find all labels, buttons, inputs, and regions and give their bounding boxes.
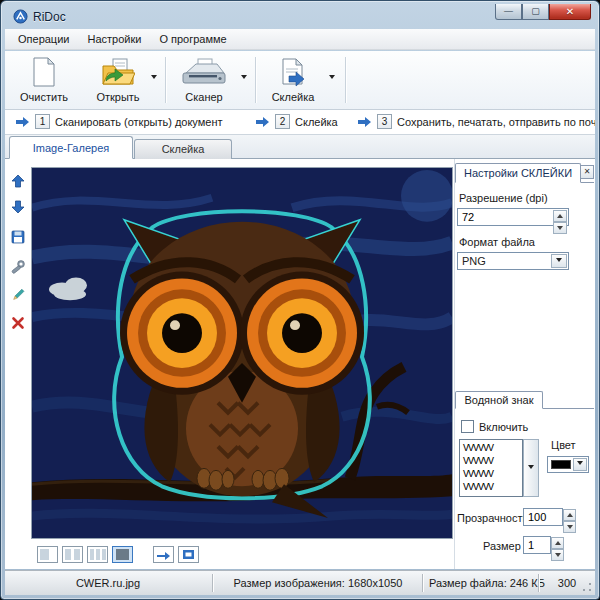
scanner-dropdown-arrow[interactable] [237, 69, 250, 83]
size-input[interactable]: 1 [523, 536, 551, 554]
tab-bar: Image-Галерея Склейка [5, 135, 595, 159]
opacity-input[interactable]: 100 [523, 508, 563, 526]
step-2-number: 2 [275, 114, 290, 129]
move-up-icon[interactable] [10, 173, 26, 189]
format-label: Формат файла [459, 236, 535, 248]
panel-close-button[interactable]: ✕ [580, 165, 594, 179]
color-label: Цвет [551, 439, 576, 451]
format-value: PNG [462, 255, 486, 267]
save-icon[interactable] [10, 229, 26, 245]
size-label: Размер [483, 540, 521, 552]
open-button[interactable]: Открыть [89, 55, 147, 107]
maximize-button[interactable]: ▢ [522, 4, 549, 20]
scanner-icon [181, 57, 227, 87]
layout-option-4-icon-selected[interactable] [112, 546, 133, 563]
resolution-spinner[interactable] [553, 210, 567, 224]
color-dropdown[interactable] [547, 456, 589, 473]
menu-settings[interactable]: Настройки [78, 30, 150, 48]
statusbar-separator [422, 574, 424, 592]
size-spinner[interactable] [551, 537, 564, 553]
merge-button[interactable]: Склейка [263, 55, 323, 107]
pattern-row: VVVVVV [463, 481, 522, 494]
step-arrow-icon [255, 116, 270, 128]
edit-pencil-icon[interactable] [10, 287, 26, 303]
menu-operations[interactable]: Операции [9, 30, 78, 48]
pattern-row: VVVVVV [463, 442, 522, 455]
workflow-steps-bar: 1 Сканировать (открыть) документ 2 Склей… [5, 110, 595, 135]
merge-dropdown-arrow[interactable] [325, 69, 338, 83]
opacity-spinner[interactable] [563, 509, 576, 525]
statusbar-separator [212, 574, 214, 592]
step-arrow-icon [357, 116, 372, 128]
scanner-label: Сканер [173, 91, 235, 103]
main-toolbar: Очистить Открыть [5, 51, 595, 110]
wrench-tools-icon[interactable] [10, 259, 26, 275]
menu-bar: Операции Настройки О программе [5, 29, 595, 50]
step-arrow-icon [15, 116, 30, 128]
resolution-label: Разрешение (dpi) [459, 192, 548, 204]
merge-pages-icon [278, 57, 308, 87]
open-label: Открыть [89, 91, 147, 103]
close-button[interactable]: ✕ [549, 4, 591, 20]
watermark-pattern-preview[interactable]: VVVVVV VVVVVV VVVVVV VVVVVV [459, 439, 523, 497]
status-filename: CWER.ru.jpg [5, 577, 211, 589]
size-value: 1 [528, 539, 534, 551]
open-dropdown-arrow[interactable] [147, 69, 160, 83]
move-down-icon[interactable] [10, 199, 26, 215]
pattern-row: VVVVVV [463, 455, 522, 468]
scanner-button[interactable]: Сканер [173, 55, 235, 107]
color-swatch-black [551, 460, 571, 469]
watermark-enable-checkbox[interactable] [461, 420, 474, 433]
window-frame: RiDoc — ▢ ✕ Операции Настройки О програм… [0, 0, 600, 600]
tab-image-gallery[interactable]: Image-Галерея [9, 136, 133, 159]
blank-page-icon [31, 57, 57, 87]
title-bar[interactable]: RiDoc — ▢ ✕ [5, 4, 595, 29]
minimize-button[interactable]: — [495, 4, 522, 20]
step-1-number: 1 [35, 114, 50, 129]
layout-option-5-icon[interactable] [153, 546, 174, 563]
status-image-size: Размер изображения: 1680x1050 [215, 577, 421, 589]
layout-option-1-icon[interactable] [37, 546, 58, 563]
status-file-size: Размер файла: 246 КБ [429, 577, 545, 589]
toolbar-separator [345, 57, 346, 103]
spin-down-button[interactable] [553, 222, 567, 234]
resize-grip[interactable] [581, 581, 593, 593]
owl-artwork [32, 168, 452, 538]
statusbar-separator [538, 574, 540, 592]
step-2-label: Склейка [295, 116, 338, 128]
opacity-value: 100 [528, 511, 546, 523]
image-preview [31, 167, 453, 539]
merge-label: Склейка [263, 91, 323, 103]
panel-title-tab[interactable]: Настройки СКЛЕЙКИ [455, 163, 581, 183]
pattern-row: VVVVVV [463, 468, 522, 481]
step-3-label: Сохранить, печатать, отправить по поч [397, 116, 595, 128]
watermark-tab[interactable]: Водяной знак [455, 391, 543, 409]
spin-up-button[interactable] [553, 210, 567, 222]
clear-label: Очистить [15, 91, 73, 103]
spin-down-button[interactable] [563, 521, 576, 533]
menu-about[interactable]: О программе [150, 30, 235, 48]
opacity-label: Прозрачность [457, 512, 528, 524]
watermark-enable-label: Включить [479, 421, 528, 433]
step-1-label: Сканировать (открыть) документ [55, 116, 223, 128]
toolbar-separator [165, 57, 166, 103]
app-icon [13, 9, 28, 24]
window-title: RiDoc [33, 10, 66, 24]
delete-x-icon[interactable] [10, 315, 26, 331]
pattern-dropdown-arrow[interactable] [523, 439, 539, 497]
step-3-number: 3 [377, 114, 392, 129]
layout-option-2-icon[interactable] [62, 546, 83, 563]
layout-option-6-icon[interactable] [178, 546, 199, 563]
resolution-input[interactable]: 72 [457, 208, 569, 226]
color-dropdown-arrow[interactable] [573, 458, 587, 471]
format-dropdown-arrow[interactable] [551, 254, 567, 268]
spin-down-button[interactable] [551, 549, 564, 561]
spin-up-button[interactable] [551, 537, 564, 549]
resolution-value: 72 [462, 211, 474, 223]
spin-up-button[interactable] [563, 509, 576, 521]
layout-option-3-icon[interactable] [87, 546, 108, 563]
clear-button[interactable]: Очистить [15, 55, 73, 107]
tab-merge[interactable]: Склейка [134, 139, 232, 159]
format-dropdown[interactable]: PNG [457, 252, 569, 270]
status-bar: CWER.ru.jpg Размер изображения: 1680x105… [5, 570, 595, 595]
